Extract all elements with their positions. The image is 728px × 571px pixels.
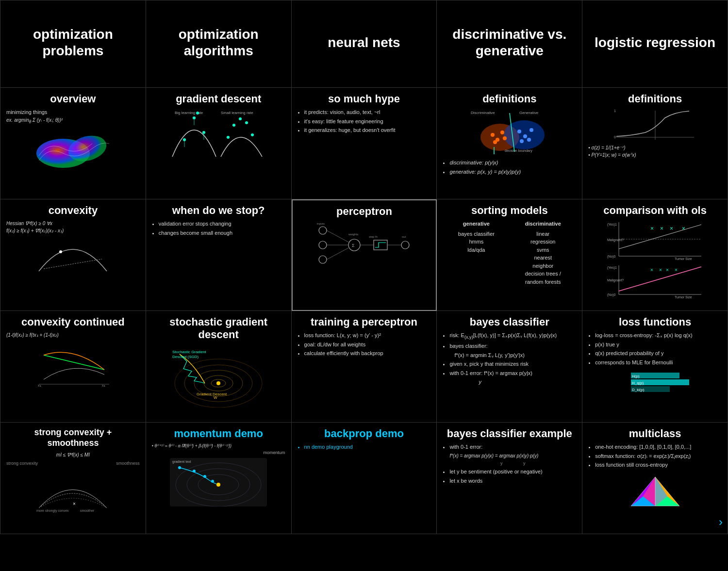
next-arrow[interactable]: › [719,515,723,529]
cell-sgd: stochastic gradient descent [146,311,292,423]
svg-point-38 [59,250,62,253]
svg-point-14 [245,121,248,124]
cell-title-so-much-hype: so much hype [298,93,431,105]
svg-line-48 [327,248,348,260]
cell-body-gradient-descent: Big learning rate Small learning rate [152,108,285,162]
cell-title-momentum-demo: momentum demo [152,427,285,440]
topic-neural-nets[interactable]: neural nets [292,0,437,88]
svg-text:step fn: step fn [369,235,378,238]
cell-body-backprop-demo: nn demo playground [298,443,431,451]
svg-point-7 [196,112,199,114]
svg-point-27 [529,128,533,132]
cell-title-convexity: convexity [6,204,140,217]
svg-text:more strongly convex: more strongly convex [36,509,69,513]
cell-bayes-classifier: bayes classifier risk: E(x,y)[L(f(x), y)… [437,311,582,423]
cell-title-bayes-example: bayes classifier example [443,427,576,440]
cell-bayes-example: bayes classifier example with 0-1 error:… [437,423,582,534]
cell-gradient-descent: gradient descent Big learning rate Small… [146,88,292,199]
ols-scatter-1: (Yes)1 (No)0 Malignant? Tumor Size × × ×… [607,220,704,261]
svg-text:Σ: Σ [352,243,355,248]
cell-body-comparison-ols: (Yes)1 (No)0 Malignant? Tumor Size × × ×… [588,220,722,299]
svg-text:×: × [670,225,673,232]
svg-text:inputs: inputs [317,222,325,225]
convexity-cont-graph: x₁ x₂ [34,341,112,389]
nn-demo-link[interactable]: nn demo playground [304,443,431,451]
svg-text:x₂: x₂ [102,384,105,387]
cell-backprop-demo[interactable]: backprop demo nn demo playground [292,423,437,534]
multiclass-visual [626,472,684,511]
topic-disc-gen[interactable]: discriminative vs.generative [437,0,582,88]
svg-text:Descent (SGD): Descent (SGD) [172,355,199,359]
svg-point-25 [517,130,521,133]
svg-point-20 [491,133,495,137]
svg-point-26 [523,134,527,138]
svg-point-11 [227,136,230,139]
svg-text:Generative: Generative [519,111,539,115]
svg-text:×: × [666,267,669,273]
svg-point-24 [503,136,507,140]
cell-multiclass: multiclass one-hot encoding: [1,0,0], [0… [582,423,728,534]
cell-loss-functions: loss functions log-loss = cross-entropy:… [582,311,728,423]
cell-body-convexity: Hessian ∇²f(x) ≥ 0 ∀x f(x₂) ≥ f(x₁) + ∇f… [6,220,140,276]
cell-momentum-demo[interactable]: momentum demo • θ⁽ⁱ⁺¹⁾ = θ⁽ⁱ⁾ - αᵢ∇f(θ⁽ⁱ… [146,423,292,534]
topic-logistic-reg[interactable]: logistic regression [582,0,728,88]
svg-text:out: out [402,235,406,238]
cell-strong-convexity: strong convexity +smoothness mI ≤ ∇²f(x)… [0,423,146,534]
cell-title-gradient-descent: gradient descent [152,93,285,105]
cell-body-momentum-demo: • θ⁽ⁱ⁺¹⁾ = θ⁽ⁱ⁾ - αᵢ∇f(θ⁽ⁱ⁾) + βᵢ(f(θ⁽ⁱ⁾… [152,443,285,506]
cell-body-overview: minimizing things ex. argminθ Σ (yᵢ - f(… [6,108,140,170]
cell-title-when-stop: when do we stop? [152,204,285,217]
svg-text:1: 1 [614,109,616,113]
cell-title-comparison-ols: comparison with ols [588,204,722,217]
svg-text:×: × [659,267,662,273]
cell-title-sgd: stochastic gradient descent [152,316,285,342]
cell-sorting-models: sorting models generative bayes classifi… [437,199,582,311]
svg-text:(No)0: (No)0 [607,255,616,259]
svg-text:Tumor Size: Tumor Size [675,257,692,261]
svg-text:×: × [682,225,685,232]
cell-definitions-logistic: definitions 1 0 • σ(z) = 1/(1+e⁻ᶻ) • P(Y… [582,88,728,199]
cell-body-loss-functions: log-loss = cross-entropy: -Σₓ p(x) log q… [588,331,722,394]
cell-title-strong-convexity: strong convexity +smoothness [6,427,140,448]
cell-when-stop: when do we stop? validation error stops … [146,199,292,311]
cell-title-bayes-classifier: bayes classifier [443,316,576,328]
topic-title-disc-gen: discriminative vs.generative [452,26,566,59]
svg-text:×: × [650,267,653,273]
cell-title-backprop-demo: backprop demo [298,427,431,440]
topic-opt-algorithms[interactable]: optimization algorithms [146,0,292,88]
topic-title-neural-nets: neural nets [328,34,400,51]
cell-definitions-disc: definitions Discriminative Generative [437,88,582,199]
svg-text:Tumor Size: Tumor Size [675,295,692,299]
svg-text:H(p): H(p) [632,374,640,378]
sigmoid-chart: 1 0 [612,108,699,142]
svg-point-13 [239,117,242,120]
cell-comparison-ols: comparison with ols (Yes)1 (No)0 Maligna… [582,199,728,311]
svg-text:Malignant?: Malignant? [607,238,624,242]
cell-title-training-perceptron: training a perceptron [298,316,431,328]
topic-title-logistic-reg: logistic regression [595,34,715,51]
svg-point-12 [232,124,235,127]
svg-point-41 [319,256,327,263]
svg-point-87 [216,381,220,385]
svg-text:smoother: smoother [80,509,95,512]
svg-point-108 [211,480,214,483]
generative-col: generative bayes classifier hmms lda/qda [458,220,495,286]
cell-body-strong-convexity: mI ≤ ∇²f(x) ≤ MI strong convexitysmoothn… [6,451,140,513]
svg-text:weights: weights [348,233,358,236]
cell-body-convexity-cont: (1-t)f(x₂) ≥ f(tx₁ + (1-t)x₂) x₁ x₂ [6,331,140,389]
topic-opt-problems[interactable]: optimizationproblems [0,0,146,88]
svg-point-15 [251,133,254,136]
cell-title-convexity-cont: convexity continued [6,316,140,328]
svg-point-106 [193,470,196,473]
svg-point-109 [216,483,220,487]
svg-rect-101 [170,458,267,506]
svg-text:H_q(p): H_q(p) [632,381,644,385]
sgd-graph: Stochastic Gradient Descent (SGD) Gradie… [170,344,267,408]
perceptron-diagram: Σ inputs weights step fn [315,221,413,269]
svg-point-39 [319,227,327,234]
svg-text:×: × [660,225,663,232]
svg-point-105 [178,466,181,469]
cell-body-definitions-logistic: 1 0 • σ(z) = 1/(1+e⁻ᶻ) • P(Y=1|x; w) = σ… [588,108,722,159]
svg-text:gradient text: gradient text [172,460,191,464]
cell-convexity-cont: convexity continued (1-t)f(x₂) ≥ f(tx₁ +… [0,311,146,423]
